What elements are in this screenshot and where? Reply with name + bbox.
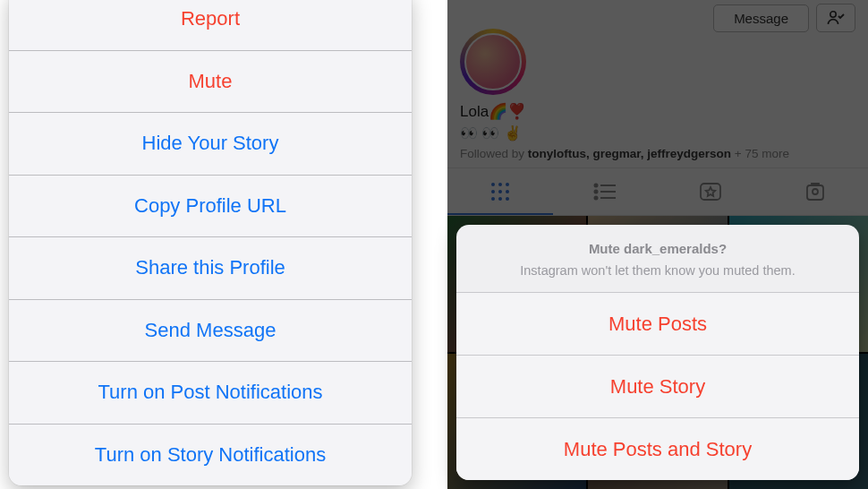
- option-label: Mute: [189, 70, 233, 93]
- mute-sheet-header: Mute dark_emeralds? Instagram won't let …: [456, 225, 859, 292]
- option-label: Send Message: [145, 319, 277, 342]
- gap: [421, 0, 447, 489]
- option-label: Copy Profile URL: [134, 194, 286, 218]
- option-label: Turn on Story Notifications: [95, 443, 326, 467]
- profile-options-sheet: Report Mute Hide Your Story Copy Profile…: [9, 0, 412, 485]
- option-label: Hide Your Story: [142, 132, 279, 155]
- option-label: Mute Posts: [608, 313, 707, 336]
- option-mute-story[interactable]: Mute Story: [456, 355, 859, 417]
- option-report[interactable]: Report: [9, 0, 412, 50]
- option-turn-on-post-notifs[interactable]: Turn on Post Notifications: [9, 361, 412, 424]
- mute-confirm-sheet: Mute dark_emeralds? Instagram won't let …: [456, 225, 859, 480]
- option-label: Mute Posts and Story: [564, 438, 752, 461]
- option-turn-on-story-notifs[interactable]: Turn on Story Notifications: [9, 424, 412, 486]
- option-share-this-profile[interactable]: Share this Profile: [9, 236, 412, 299]
- left-phone: Report Mute Hide Your Story Copy Profile…: [0, 0, 421, 489]
- option-mute-posts[interactable]: Mute Posts: [456, 292, 859, 355]
- option-copy-profile-url[interactable]: Copy Profile URL: [9, 175, 412, 237]
- option-label: Share this Profile: [135, 256, 285, 279]
- option-label: Report: [181, 7, 240, 30]
- option-hide-your-story[interactable]: Hide Your Story: [9, 112, 412, 175]
- option-label: Mute Story: [610, 375, 705, 399]
- option-mute-posts-and-story[interactable]: Mute Posts and Story: [456, 417, 859, 480]
- option-send-message[interactable]: Send Message: [9, 299, 412, 362]
- mute-sheet-title: Mute dark_emeralds?: [474, 241, 841, 256]
- option-mute[interactable]: Mute: [9, 50, 412, 113]
- right-phone: Message Lola🌈❣️ 👀 👀 ✌️ Followed by tonyl…: [447, 0, 868, 489]
- mute-sheet-subtitle: Instagram won't let them know you muted …: [474, 263, 841, 278]
- option-label: Turn on Post Notifications: [98, 381, 322, 404]
